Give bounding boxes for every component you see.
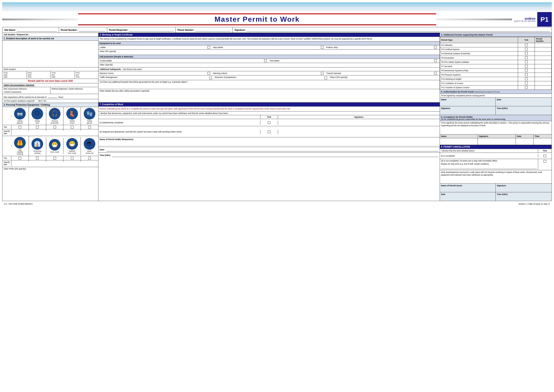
specify-glasses[interactable] <box>11 129 29 131</box>
permit-checkbox-9[interactable] <box>525 82 528 84</box>
checkbox-trained[interactable] <box>434 72 437 75</box>
checkbox-not-completed[interactable] <box>544 160 546 163</box>
checkbox-gloves[interactable] <box>88 126 91 128</box>
permit-checkbox-4[interactable] <box>525 61 528 63</box>
acceptance-date-field[interactable] <box>516 138 534 145</box>
checkbox-diversion[interactable] <box>325 77 327 79</box>
permit-tick-cell[interactable] <box>518 69 535 73</box>
permit-number-cell[interactable] <box>535 47 552 52</box>
tick-gloves[interactable] <box>81 125 98 129</box>
not-completed-tick[interactable] <box>538 159 552 163</box>
permit-checkbox-7[interactable] <box>525 73 528 76</box>
permit-number-cell[interactable] <box>535 60 552 64</box>
checkbox-hearing[interactable] <box>53 126 56 128</box>
acceptance-sig-field[interactable] <box>478 138 516 145</box>
permit-checkbox-0[interactable] <box>525 43 528 46</box>
stopped-tick[interactable] <box>260 130 278 134</box>
satisfactorily-tick[interactable] <box>260 121 278 125</box>
permit-number-cell[interactable] <box>535 77 552 81</box>
issuer-date-field[interactable] <box>441 196 494 200</box>
checkbox-barriers[interactable] <box>208 72 210 75</box>
site-name-value[interactable] <box>17 28 57 32</box>
specify-visor[interactable] <box>29 129 46 131</box>
checkbox-halffull[interactable] <box>71 157 73 160</box>
permit-tick-cell[interactable] <box>518 60 535 64</box>
issuer-sig-field[interactable] <box>497 187 550 191</box>
permit-tick-cell[interactable] <box>518 43 535 47</box>
permit-checkbox-10[interactable] <box>525 86 528 89</box>
checkbox-dust[interactable] <box>53 157 56 160</box>
checkbox-highvis[interactable] <box>19 157 21 160</box>
checkbox-glasses[interactable] <box>19 126 21 128</box>
checkbox-warnings[interactable] <box>321 72 324 75</box>
checkbox-stopped[interactable] <box>268 130 270 133</box>
tick-highvis[interactable] <box>11 156 29 160</box>
permit-number-cell[interactable] <box>535 56 552 60</box>
specify-highvis[interactable] <box>11 160 29 162</box>
permit-tick-cell[interactable] <box>518 73 535 77</box>
name-field5[interactable] <box>441 101 494 105</box>
permit-number-cell[interactable] <box>535 81 552 85</box>
permit-number-value[interactable] <box>78 28 105 32</box>
issuer-name-field[interactable] <box>441 187 494 191</box>
tick-visor[interactable] <box>29 125 46 129</box>
tick-glasses[interactable] <box>11 125 29 129</box>
permit-tick-cell[interactable] <box>518 52 535 56</box>
tick-halffull[interactable] <box>63 156 81 160</box>
satisfactorily-sig[interactable] <box>278 122 440 123</box>
phone-number-value[interactable] <box>195 28 231 32</box>
permit-checkbox-1[interactable] <box>525 48 528 50</box>
permit-checkbox-8[interactable] <box>525 77 528 80</box>
tick-protective[interactable] <box>29 156 46 160</box>
permit-tick-cell[interactable] <box>518 64 535 69</box>
checkbox-tied[interactable] <box>434 59 437 62</box>
checkbox-shoes[interactable] <box>71 126 73 128</box>
specify-hearing[interactable] <box>46 129 64 131</box>
specify-gloves[interactable] <box>81 129 98 131</box>
permit-holder-name-field[interactable] <box>100 141 439 146</box>
specify-dust[interactable] <box>46 160 64 162</box>
permit-number-cell[interactable] <box>535 73 552 77</box>
specify-shoes[interactable] <box>63 129 81 131</box>
permit-number-cell[interactable] <box>535 69 552 73</box>
checkbox-traffic[interactable] <box>209 77 212 79</box>
description-area[interactable] <box>2 41 98 67</box>
permit-tick-cell[interactable] <box>518 56 535 60</box>
permit-tick-cell[interactable] <box>518 81 535 85</box>
permit-checkbox-3[interactable] <box>525 56 528 59</box>
hours-field[interactable] <box>48 95 57 98</box>
specify-halffull[interactable] <box>63 160 81 162</box>
permit-checkbox-2[interactable] <box>525 52 528 55</box>
sig-field5[interactable] <box>441 109 494 114</box>
specify-protective[interactable] <box>29 160 46 162</box>
checkbox-step-ladder[interactable] <box>321 46 324 49</box>
checkbox-podium[interactable] <box>434 46 437 49</box>
checkbox-completed[interactable] <box>544 154 546 157</box>
checkbox-satisfactorily[interactable] <box>268 121 270 124</box>
tick-shoes[interactable] <box>63 125 81 129</box>
checkbox-visor[interactable] <box>36 126 39 128</box>
permit-number-cell[interactable] <box>535 52 552 56</box>
permit-number-cell[interactable] <box>535 85 552 90</box>
permit-tick-cell[interactable] <box>518 85 535 90</box>
reason-field[interactable] <box>441 166 537 169</box>
tick-hardhat[interactable] <box>81 156 98 160</box>
permit-number-cell[interactable] <box>535 43 552 47</box>
signature-value[interactable] <box>247 28 550 32</box>
issuer-time-field[interactable] <box>497 196 550 200</box>
date-field[interactable] <box>106 148 439 151</box>
time-field[interactable] <box>112 154 439 157</box>
permit-checkbox-5[interactable] <box>525 65 528 67</box>
tick-hearing[interactable] <box>46 125 64 129</box>
is-completed-tick[interactable] <box>538 154 552 158</box>
permit-tick-cell[interactable] <box>518 77 535 81</box>
acceptance-name-field[interactable] <box>440 138 478 145</box>
checkbox-protective[interactable] <box>36 157 39 160</box>
checkbox-hardhat[interactable] <box>88 157 91 160</box>
specify-hardhat[interactable] <box>81 160 98 162</box>
time-field5[interactable] <box>497 109 550 114</box>
permit-requester-value[interactable] <box>129 28 174 32</box>
acceptance-time-field[interactable] <box>534 138 552 145</box>
permit-tick-cell[interactable] <box>518 47 535 52</box>
permit-checkbox-6[interactable] <box>525 69 528 72</box>
